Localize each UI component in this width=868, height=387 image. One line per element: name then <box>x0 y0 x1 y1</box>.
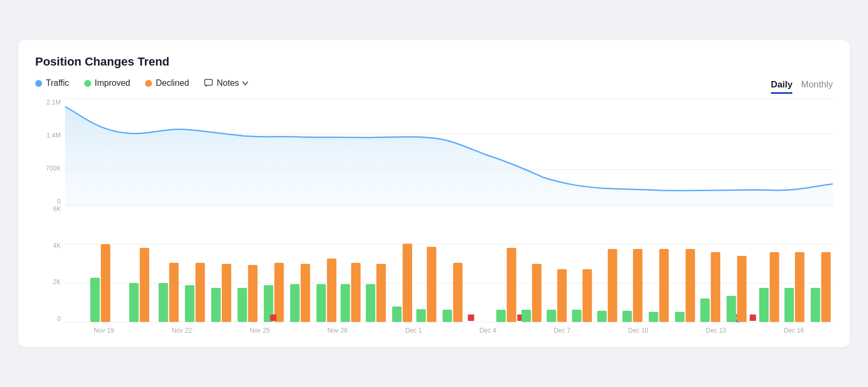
svg-rect-42 <box>521 310 531 322</box>
svg-rect-29 <box>351 263 361 322</box>
svg-rect-22 <box>275 263 284 322</box>
svg-rect-11 <box>129 283 139 322</box>
tab-monthly[interactable]: Monthly <box>801 79 833 94</box>
svg-rect-32 <box>392 307 401 322</box>
svg-rect-65 <box>759 288 769 322</box>
y-axis-bottom: 6K 4K 2K 0 <box>35 205 65 322</box>
chart-title: Position Changes Trend <box>35 55 833 69</box>
chart-area: 2.1M 1.4M 700K 0 <box>35 99 833 334</box>
svg-rect-55 <box>686 249 695 322</box>
svg-rect-36 <box>443 310 452 322</box>
svg-rect-48 <box>597 311 607 322</box>
svg-rect-40 <box>507 248 516 322</box>
legend-notes[interactable]: Notes <box>204 78 249 88</box>
top-chart-inner <box>65 99 833 205</box>
legend-row: Traffic Improved Declined Notes <box>35 78 248 88</box>
svg-rect-30 <box>366 284 375 322</box>
svg-rect-49 <box>608 249 617 322</box>
svg-rect-53 <box>660 249 669 322</box>
svg-rect-52 <box>649 312 658 322</box>
svg-rect-27 <box>327 259 336 322</box>
svg-rect-12 <box>140 248 149 322</box>
svg-rect-26 <box>316 284 326 322</box>
svg-rect-54 <box>675 312 685 322</box>
svg-rect-24 <box>290 284 300 322</box>
svg-rect-9 <box>90 278 100 322</box>
svg-rect-50 <box>622 311 632 322</box>
svg-rect-57 <box>711 252 720 322</box>
svg-rect-37 <box>453 263 463 322</box>
header-row: Traffic Improved Declined Notes <box>35 78 833 94</box>
improved-dot <box>84 80 91 87</box>
svg-rect-63 <box>727 296 736 322</box>
svg-rect-10 <box>101 244 110 322</box>
declined-label: Declined <box>156 78 189 88</box>
svg-rect-51 <box>633 249 642 322</box>
legend-declined: Declined <box>145 78 189 88</box>
traffic-label: Traffic <box>46 78 69 88</box>
bottom-chart: 6K 4K 2K 0 <box>35 205 833 322</box>
bottom-chart-svg <box>65 205 833 322</box>
svg-rect-13 <box>159 283 168 322</box>
svg-rect-44 <box>546 310 556 322</box>
notes-label: Notes <box>217 78 239 88</box>
svg-rect-34 <box>416 309 426 322</box>
chart-card: Position Changes Trend Traffic Improved … <box>18 40 850 347</box>
svg-rect-14 <box>169 263 179 322</box>
svg-rect-56 <box>700 299 710 322</box>
legend-improved: Improved <box>84 78 131 88</box>
svg-rect-47 <box>583 269 592 322</box>
tab-group: Daily Monthly <box>771 79 833 94</box>
tab-daily[interactable]: Daily <box>771 79 793 94</box>
declined-dot <box>145 80 152 87</box>
y-axis-top: 2.1M 1.4M 700K 0 <box>35 99 65 205</box>
svg-rect-38 <box>468 315 475 321</box>
svg-rect-25 <box>301 264 310 322</box>
x-axis-labels: Nov 19 Nov 22 Nov 25 Nov 28 Dec 1 Dec 4 … <box>35 327 833 334</box>
svg-rect-46 <box>572 310 582 322</box>
svg-rect-66 <box>770 252 779 322</box>
svg-rect-0 <box>205 79 212 85</box>
top-chart-svg <box>65 99 833 205</box>
svg-rect-33 <box>403 244 412 322</box>
svg-rect-69 <box>811 288 821 322</box>
svg-rect-20 <box>248 265 258 322</box>
svg-rect-17 <box>211 288 221 322</box>
svg-rect-67 <box>784 288 794 322</box>
svg-rect-64 <box>737 256 746 322</box>
legend-traffic: Traffic <box>35 78 69 88</box>
svg-rect-28 <box>341 284 350 322</box>
svg-rect-23 <box>270 315 277 321</box>
svg-rect-15 <box>185 285 195 322</box>
svg-rect-19 <box>238 288 247 322</box>
bottom-chart-inner <box>65 205 833 322</box>
svg-rect-43 <box>532 264 542 322</box>
svg-rect-18 <box>222 264 231 322</box>
top-chart: 2.1M 1.4M 700K 0 <box>35 99 833 205</box>
improved-label: Improved <box>95 78 131 88</box>
svg-rect-45 <box>557 269 567 322</box>
svg-rect-35 <box>427 247 437 322</box>
chevron-down-icon <box>242 81 248 85</box>
svg-rect-39 <box>496 310 506 322</box>
svg-rect-70 <box>821 252 831 322</box>
svg-rect-31 <box>376 264 386 322</box>
svg-rect-68 <box>795 252 805 322</box>
notes-icon <box>204 79 214 87</box>
svg-rect-62 <box>750 315 756 321</box>
traffic-dot <box>35 80 42 87</box>
svg-rect-16 <box>196 263 205 322</box>
